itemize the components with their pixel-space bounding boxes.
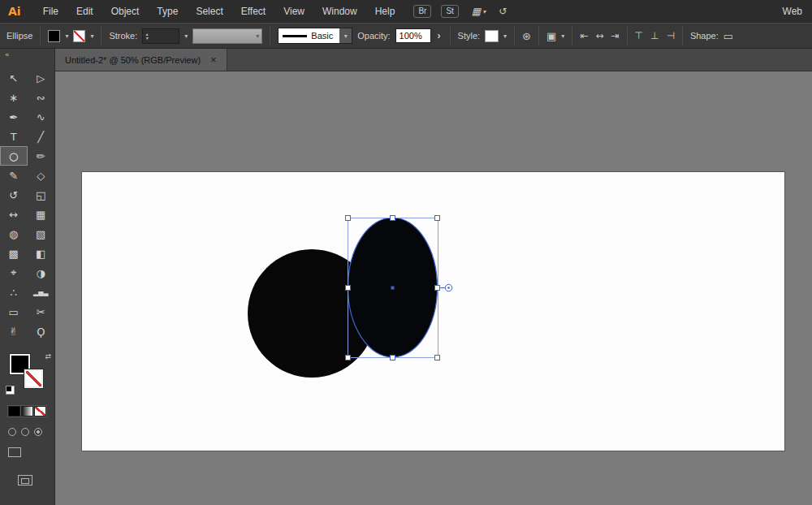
stroke-weight-chevron-icon[interactable]: ▾: [184, 32, 188, 40]
tab-close-icon[interactable]: ×: [210, 54, 217, 65]
magic-wand-tool[interactable]: ∗: [0, 88, 28, 107]
fill-chevron-icon[interactable]: ▾: [65, 32, 68, 40]
align-top-icon[interactable]: ⊤: [635, 30, 643, 41]
opacity-input[interactable]: 100%: [395, 28, 431, 43]
hand-tool[interactable]: ✌: [0, 322, 28, 341]
zoom-tool[interactable]: Ϙ: [28, 322, 55, 341]
style-label: Style:: [458, 31, 481, 41]
shape-options-icon[interactable]: ▭: [723, 30, 733, 42]
draw-inside-icon[interactable]: [34, 428, 42, 436]
canvas[interactable]: [55, 71, 812, 505]
panels-icon[interactable]: [18, 475, 32, 486]
blend-tool[interactable]: ◑: [28, 263, 55, 283]
menu-select[interactable]: Select: [187, 0, 231, 23]
color-mode-buttons: [8, 406, 54, 417]
symbol-sprayer-tool[interactable]: ∴: [0, 283, 28, 302]
eyedropper-tool[interactable]: ⌖: [0, 263, 28, 283]
fill-color-swatch[interactable]: [48, 30, 60, 42]
ellipse-tool[interactable]: ○: [0, 146, 28, 166]
swap-fill-stroke-icon[interactable]: ⇄: [45, 352, 51, 360]
gradient-tool[interactable]: ◧: [28, 244, 55, 263]
document-tab[interactable]: Untitled-2* @ 50% (RGB/Preview) ×: [55, 49, 227, 71]
stroke-weight-spinner-icon[interactable]: ▴ ▾: [145, 32, 148, 40]
scale-tool[interactable]: ◱: [28, 185, 55, 205]
pen-tool[interactable]: ✒: [0, 107, 28, 127]
divider: [270, 27, 270, 45]
pencil-tool[interactable]: ✎: [0, 166, 28, 185]
collapse-panel-icon[interactable]: «: [0, 49, 54, 60]
stock-button[interactable]: St: [441, 5, 458, 18]
menu-file[interactable]: File: [34, 0, 67, 23]
gradient-button[interactable]: [21, 406, 33, 417]
rotate-tool[interactable]: ↺: [0, 185, 28, 205]
draw-behind-icon[interactable]: [21, 428, 29, 436]
arrange-documents-icon[interactable]: ▦ ▾: [472, 6, 486, 17]
width-profile-dropdown[interactable]: ▾: [192, 28, 262, 44]
isolate-chevron-icon[interactable]: ▾: [561, 32, 564, 40]
menu-type[interactable]: Type: [148, 0, 187, 23]
screen-mode-icon[interactable]: [8, 447, 21, 457]
align-center-horizontal-icon[interactable]: ↔: [595, 30, 603, 41]
bridge-button[interactable]: Br: [413, 5, 431, 18]
workspace-switcher[interactable]: Web: [783, 6, 804, 17]
selection-handle-bottom-right[interactable]: [435, 356, 440, 360]
stroke-chevron-icon[interactable]: ▾: [90, 32, 93, 40]
spin-down-icon[interactable]: ▾: [145, 36, 148, 40]
selection-handle-bottom-center[interactable]: [391, 356, 395, 360]
paintbrush-tool[interactable]: ✏: [28, 146, 55, 166]
stroke-label: Stroke:: [109, 31, 137, 41]
none-button[interactable]: [34, 406, 46, 417]
default-fill-stroke-icon[interactable]: [6, 386, 15, 395]
sync-settings-icon[interactable]: ↺: [499, 6, 507, 17]
menu-object[interactable]: Object: [102, 0, 149, 23]
color-button[interactable]: [8, 406, 20, 417]
lasso-tool[interactable]: ∾: [28, 88, 55, 107]
menu-view[interactable]: View: [274, 0, 313, 23]
align-left-icon[interactable]: ⇤: [580, 30, 588, 41]
slice-tool[interactable]: ✂: [28, 302, 55, 322]
menu-edit[interactable]: Edit: [67, 0, 102, 23]
direct-selection-tool[interactable]: ▷: [28, 68, 55, 88]
selection-center-point[interactable]: [391, 287, 395, 290]
stroke-style-dropdown[interactable]: Basic ▾: [278, 28, 352, 44]
perspective-grid-tool[interactable]: ▧: [28, 224, 55, 244]
menu-window[interactable]: Window: [313, 0, 366, 23]
graphic-style-swatch[interactable]: [485, 30, 499, 42]
document-tab-bar: Untitled-2* @ 50% (RGB/Preview) ×: [55, 49, 812, 71]
eraser-tool[interactable]: ◇: [28, 166, 55, 185]
selection-tool[interactable]: ↖: [0, 68, 28, 88]
globe-icon[interactable]: ⊛: [522, 30, 531, 42]
document-area: Untitled-2* @ 50% (RGB/Preview) ×: [55, 49, 812, 505]
divider: [514, 27, 515, 45]
align-group: ⇤ ↔ ⇥: [580, 30, 619, 41]
selection-handle-middle-right[interactable]: [435, 286, 440, 291]
selection-handle-top-right[interactable]: [435, 216, 440, 221]
align-bottom-icon[interactable]: ⊥: [650, 30, 659, 41]
stroke-style-chevron-icon[interactable]: ▾: [339, 28, 352, 43]
isolate-object-icon[interactable]: ▣: [546, 30, 556, 42]
align-middle-icon[interactable]: ⊣: [666, 30, 674, 41]
column-graph-tool[interactable]: ▂▅▃: [28, 283, 55, 302]
align-right-icon[interactable]: ⇥: [611, 30, 619, 41]
stroke-color-swatch[interactable]: [73, 30, 85, 42]
curvature-tool[interactable]: ∿: [28, 107, 55, 127]
artboard-tool[interactable]: ▭: [0, 302, 28, 322]
selection-handle-top-center[interactable]: [391, 216, 395, 221]
line-segment-tool[interactable]: ╱: [28, 127, 55, 146]
stroke-none-swatch[interactable]: [24, 369, 43, 388]
menu-help[interactable]: Help: [366, 0, 404, 23]
opacity-panel-arrow-icon[interactable]: ›: [436, 30, 443, 41]
selection-handle-bottom-left[interactable]: [346, 356, 351, 360]
shape-builder-tool[interactable]: ◍: [0, 224, 28, 244]
mesh-tool[interactable]: ▩: [0, 244, 28, 263]
free-transform-tool[interactable]: ▦: [28, 205, 55, 224]
menu-effect[interactable]: Effect: [232, 0, 274, 23]
draw-normal-icon[interactable]: [8, 428, 16, 436]
stroke-weight-input[interactable]: ▴ ▾: [142, 28, 179, 44]
type-tool[interactable]: T: [0, 127, 28, 146]
selection-handle-top-left[interactable]: [346, 216, 351, 221]
selection-handle-middle-left[interactable]: [346, 286, 351, 291]
divider: [40, 27, 41, 45]
width-tool[interactable]: ↔: [0, 205, 28, 224]
style-chevron-icon[interactable]: ▾: [503, 32, 507, 40]
